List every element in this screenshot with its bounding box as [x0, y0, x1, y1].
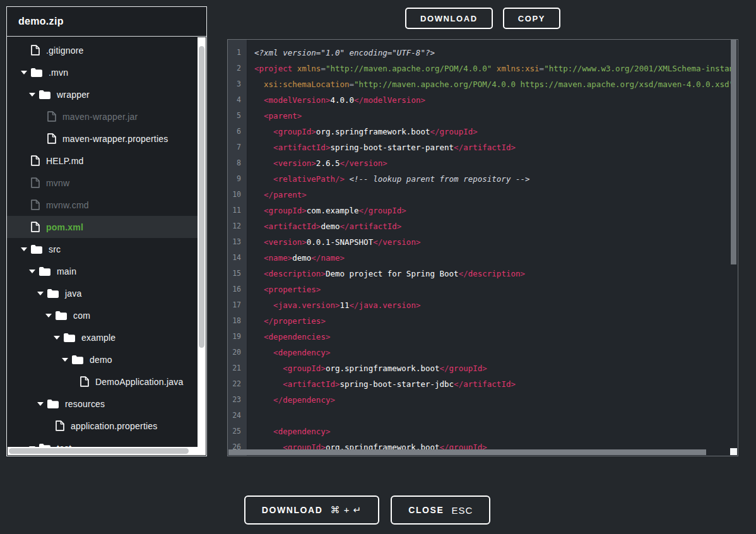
caret-down-icon [21, 247, 27, 252]
tree-item-HELP.md[interactable]: HELP.md [7, 150, 198, 172]
line-number: 13 [228, 234, 247, 250]
tree-item-pom.xml[interactable]: pom.xml [7, 216, 198, 238]
file-tree: .gitignore.mvnwrappermaven-wrapper.jarma… [7, 37, 198, 447]
code-line-text: </properties> [247, 313, 326, 329]
line-number: 24 [228, 408, 247, 424]
caret-down-icon [21, 70, 27, 75]
code-line-text: <groupId>org.springframework.boot</group… [247, 439, 487, 449]
tree-item-test[interactable]: test [7, 437, 198, 447]
tree-item-example[interactable]: example [7, 326, 198, 348]
tree-item-label: mvnw.cmd [46, 200, 89, 210]
archive-title: demo.zip [7, 7, 206, 37]
download-button-top[interactable]: DOWNLOAD [405, 8, 493, 29]
line-number: 6 [228, 124, 247, 139]
code-horizontal-scrollbar[interactable] [228, 449, 706, 455]
tree-item-label: maven-wrapper.properties [62, 134, 168, 144]
code-line-text: <description>Demo project for Spring Boo… [247, 266, 525, 282]
caret-down-icon [62, 357, 68, 362]
code-line: 17 <java.version>11</java.version> [228, 297, 731, 313]
tree-item-src[interactable]: src [7, 238, 198, 260]
code-line-text: </parent> [247, 187, 307, 203]
tree-item-demo[interactable]: demo [7, 348, 198, 371]
tree-vertical-scrollbar-thumb[interactable] [199, 46, 204, 348]
code-line-text: <version>0.0.1-SNAPSHOT</version> [247, 234, 420, 250]
code-line: 21 <groupId>org.springframework.boot</gr… [228, 360, 731, 376]
code-line: 11 <groupId>com.example</groupId> [228, 203, 731, 218]
tree-item-mvnw.cmd[interactable]: mvnw.cmd [7, 194, 198, 216]
code-line-text: <artifactId>spring-boot-starter-parent</… [247, 139, 516, 155]
file-icon [47, 111, 56, 122]
tree-item-application.properties[interactable]: application.properties [7, 415, 198, 437]
code-line: 10 </parent> [228, 187, 731, 203]
caret-down-icon [45, 313, 52, 318]
tree-item-maven-wrapper.jar[interactable]: maven-wrapper.jar [7, 105, 198, 128]
tree-horizontal-scrollbar[interactable] [8, 447, 206, 455]
line-number: 9 [228, 171, 247, 187]
code-line: 7 <artifactId>spring-boot-starter-parent… [228, 139, 731, 155]
tree-item-mvnw[interactable]: mvnw [7, 172, 198, 194]
file-icon [80, 376, 89, 387]
code-line: 12 <artifactId>demo</artifactId> [228, 218, 731, 234]
tree-item-main[interactable]: main [7, 260, 198, 282]
code-line: 4 <modelVersion>4.0.0</modelVersion> [228, 92, 731, 108]
download-button[interactable]: DOWNLOAD ⌘ + ↵ [244, 495, 379, 525]
line-number: 14 [228, 250, 247, 266]
explore-dialog: demo.zip .gitignore.mvnwrappermaven-wrap… [0, 0, 756, 534]
file-icon [47, 133, 56, 144]
tree-horizontal-scrollbar-thumb[interactable] [9, 448, 189, 454]
folder-icon [39, 267, 50, 276]
code-line: 16 <properties> [228, 282, 731, 297]
code-vertical-scrollbar[interactable] [731, 40, 736, 264]
code-line-text: <groupId>org.springframework.boot</group… [247, 124, 478, 139]
tree-item-.mvn[interactable]: .mvn [7, 61, 198, 83]
code-line-text: xsi:schemaLocation="http://maven.apache.… [247, 76, 731, 92]
code-line-text: <?xml version="1.0" encoding="UTF-8"?> [247, 45, 435, 61]
line-number: 8 [228, 155, 247, 171]
line-number: 5 [228, 108, 247, 124]
code-line: 15 <description>Demo project for Spring … [228, 266, 731, 282]
toolbar: DOWNLOAD COPY [227, 8, 738, 29]
tree-item-java[interactable]: java [7, 282, 198, 304]
tree-item-wrapper[interactable]: wrapper [7, 83, 198, 105]
close-button[interactable]: CLOSE ESC [391, 495, 490, 525]
line-number: 2 [228, 61, 247, 76]
line-number: 22 [228, 376, 247, 392]
download-shortcut-hint: ⌘ + ↵ [331, 504, 362, 516]
file-icon [31, 222, 40, 232]
tree-item-label: demo [90, 355, 112, 365]
code-line: 9 <relativePath/> <!-- lookup parent fro… [228, 171, 731, 187]
folder-icon [72, 355, 83, 364]
code-line: 13 <version>0.0.1-SNAPSHOT</version> [228, 234, 731, 250]
line-number: 23 [228, 392, 247, 408]
tree-item-.gitignore[interactable]: .gitignore [7, 39, 198, 61]
tree-item-label: example [81, 333, 115, 343]
code-content: 1<?xml version="1.0" encoding="UTF-8"?>2… [228, 40, 731, 449]
code-line-text: <dependencies> [247, 329, 330, 345]
tree-item-label: mvnw [46, 178, 69, 188]
copy-button[interactable]: COPY [503, 8, 560, 29]
line-number: 12 [228, 218, 247, 234]
caret-down-icon [37, 291, 44, 296]
code-line: 25 <dependency> [228, 424, 731, 439]
scrollbar-corner [730, 448, 737, 455]
code-line-text: <java.version>11</java.version> [247, 297, 420, 313]
code-line: 18 </properties> [228, 313, 731, 329]
tree-item-maven-wrapper.properties[interactable]: maven-wrapper.properties [7, 128, 198, 150]
tree-vertical-scrollbar[interactable] [198, 37, 206, 447]
tree-item-DemoApplication.java[interactable]: DemoApplication.java [7, 371, 198, 393]
tree-item-com[interactable]: com [7, 304, 198, 326]
caret-down-icon [29, 269, 35, 274]
close-shortcut-hint: ESC [451, 505, 473, 516]
code-line-text: </dependency> [247, 392, 335, 408]
code-line-text: <relativePath/> <!-- lookup parent from … [247, 171, 530, 187]
line-number: 4 [228, 92, 247, 108]
line-number: 18 [228, 313, 247, 329]
folder-icon [64, 333, 75, 342]
file-icon [31, 155, 40, 166]
folder-icon [31, 245, 42, 254]
code-line-text: <groupId>com.example</groupId> [247, 203, 406, 218]
tree-item-resources[interactable]: resources [7, 393, 198, 415]
tree-item-label: maven-wrapper.jar [62, 112, 138, 122]
folder-icon [31, 68, 42, 77]
close-button-label: CLOSE [408, 505, 444, 515]
